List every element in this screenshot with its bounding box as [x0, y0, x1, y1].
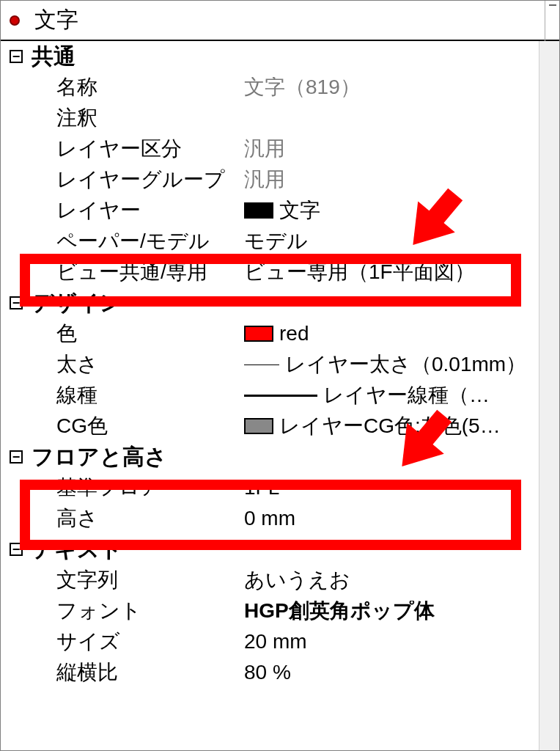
row-height[interactable]: 高さ 0 mm	[1, 503, 559, 534]
row-font-size[interactable]: サイズ 20 mm	[1, 626, 559, 657]
value-text: レイヤー太さ（0.01mm）	[285, 354, 526, 375]
value[interactable]: 汎用	[244, 139, 559, 159]
panel-header: 文字	[1, 1, 559, 41]
collapse-toggle-icon[interactable]: −	[10, 50, 23, 63]
label: CG色	[32, 416, 244, 436]
section-title: テキスト	[32, 538, 122, 560]
chevron-down-icon	[548, 4, 557, 11]
label: ビュー共通/専用	[32, 262, 244, 282]
value[interactable]: 20 mm	[244, 631, 559, 652]
row-weight[interactable]: 太さ レイヤー太さ（0.01mm）	[1, 349, 559, 380]
value[interactable]: レイヤー線種（…	[244, 385, 559, 406]
row-layer-group[interactable]: レイヤーグループ 汎用	[1, 164, 559, 195]
collapse-toggle-icon[interactable]: −	[10, 543, 23, 556]
value[interactable]: レイヤーCG色:灰色(5…	[244, 416, 559, 436]
row-paper-model[interactable]: ペーパー/モデル モデル	[1, 226, 559, 257]
value[interactable]: あいうえお	[244, 570, 559, 590]
record-dot-icon	[10, 15, 20, 26]
dropdown-button[interactable]	[545, 1, 559, 41]
label: 注釈	[32, 108, 244, 128]
label: レイヤー	[32, 200, 244, 221]
value[interactable]: モデル	[244, 231, 559, 252]
row-cg-color[interactable]: CG色 レイヤーCG色:灰色(5…	[1, 411, 559, 442]
value-text: レイヤー線種（…	[323, 385, 490, 406]
color-swatch-icon	[244, 326, 273, 342]
collapse-toggle-icon[interactable]: −	[10, 450, 23, 464]
value[interactable]: 1FL	[244, 477, 559, 498]
row-base-floor[interactable]: 基準フロア 1FL	[1, 472, 559, 503]
line-type-icon	[244, 395, 317, 397]
row-color[interactable]: 色 red	[1, 318, 559, 349]
value[interactable]: 0 mm	[244, 508, 559, 529]
value-text: red	[279, 323, 309, 344]
section-title: 共通	[32, 45, 75, 67]
row-aspect-ratio[interactable]: 縦横比 80 %	[1, 657, 559, 688]
collapse-toggle-icon[interactable]: −	[10, 296, 23, 309]
label: ペーパー/モデル	[32, 231, 244, 252]
label: 色	[32, 323, 244, 344]
row-name[interactable]: 名称 文字（819）	[1, 72, 559, 103]
label: 高さ	[32, 508, 244, 529]
row-view[interactable]: ビュー共通/専用 ビュー専用（1F平面図）	[1, 257, 559, 287]
value[interactable]: レイヤー太さ（0.01mm）	[244, 354, 559, 375]
section-header-common[interactable]: − 共通	[1, 41, 559, 72]
section-header-design[interactable]: − デザイン	[1, 287, 559, 318]
label: レイヤーグループ	[32, 169, 244, 190]
value[interactable]: 汎用	[244, 169, 559, 190]
label: サイズ	[32, 631, 244, 652]
color-swatch-icon	[244, 202, 273, 219]
value[interactable]: 80 %	[244, 662, 559, 683]
label: 文字列	[32, 570, 244, 590]
label: 名称	[32, 77, 244, 98]
value[interactable]: 文字	[244, 200, 559, 221]
panel-title: 文字	[34, 5, 78, 35]
line-weight-icon	[244, 364, 279, 365]
value-text: 文字	[279, 200, 320, 221]
value[interactable]: HGP創英角ポップ体	[244, 601, 559, 621]
row-layer[interactable]: レイヤー 文字	[1, 195, 559, 226]
property-grid: − 共通 名称 文字（819） 注釈 レイヤー区分 汎用 レイヤーグループ 汎用…	[1, 41, 559, 750]
label: 縦横比	[32, 662, 244, 683]
value[interactable]: 文字（819）	[244, 77, 559, 98]
label: 線種	[32, 385, 244, 406]
section-title: デザイン	[32, 292, 122, 314]
row-note[interactable]: 注釈	[1, 103, 559, 133]
label: 太さ	[32, 354, 244, 375]
section-title: フロアと高さ	[32, 446, 167, 468]
value[interactable]: ビュー専用（1F平面図）	[244, 262, 559, 282]
row-text-string[interactable]: 文字列 あいうえお	[1, 565, 559, 596]
label: レイヤー区分	[32, 139, 244, 159]
row-font[interactable]: フォント HGP創英角ポップ体	[1, 596, 559, 626]
value[interactable]: red	[244, 323, 559, 344]
value-text: レイヤーCG色:灰色(5…	[279, 416, 501, 436]
color-swatch-icon	[244, 418, 273, 434]
row-linetype[interactable]: 線種 レイヤー線種（…	[1, 380, 559, 411]
row-layer-class[interactable]: レイヤー区分 汎用	[1, 133, 559, 164]
label: 基準フロア	[32, 477, 244, 498]
label: フォント	[32, 601, 244, 621]
section-header-text[interactable]: − テキスト	[1, 534, 559, 565]
section-header-floor[interactable]: − フロアと高さ	[1, 442, 559, 472]
